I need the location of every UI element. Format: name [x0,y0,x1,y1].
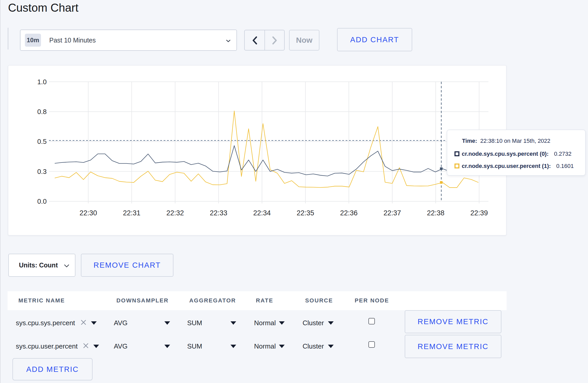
svg-text:22:37: 22:37 [383,209,401,217]
svg-text:22:39: 22:39 [470,209,488,217]
svg-text:22:32: 22:32 [166,209,184,217]
svg-text:22:31: 22:31 [123,209,141,217]
svg-text:22:35: 22:35 [297,209,314,217]
svg-text:22:36: 22:36 [340,209,358,217]
svg-text:22:34: 22:34 [253,209,271,217]
svg-text:0.5: 0.5 [37,138,47,145]
svg-text:0.0: 0.0 [37,197,47,205]
svg-text:1.0: 1.0 [37,78,47,86]
svg-text:22:38: 22:38 [427,209,445,217]
svg-text:0.3: 0.3 [37,168,47,175]
svg-text:22:30: 22:30 [80,209,97,217]
svg-text:22:33: 22:33 [210,209,227,217]
svg-text:0.8: 0.8 [37,108,47,116]
